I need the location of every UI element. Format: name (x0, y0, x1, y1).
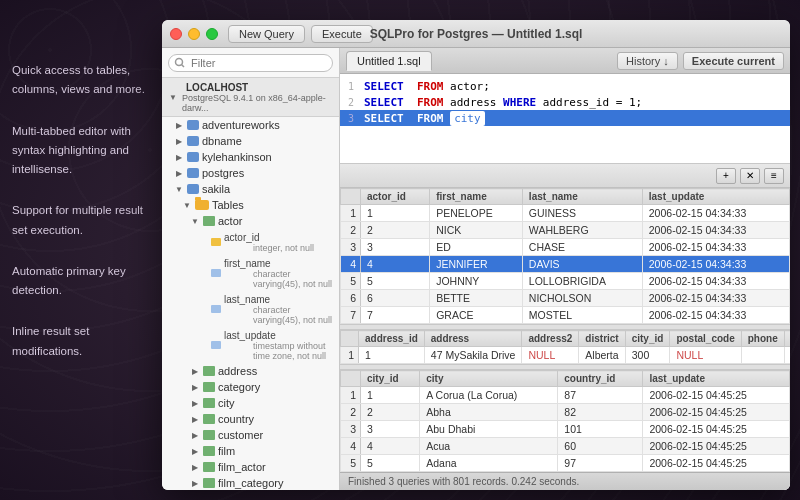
table-row[interactable]: 11A Corua (La Corua)872006-02-15 04:45:2… (341, 387, 790, 404)
table-row[interactable]: 55Adana972006-02-15 04:45:25 (341, 455, 790, 472)
results-area[interactable]: actor_id first_name last_name last_updat… (340, 188, 790, 472)
cell[interactable]: NULL (522, 347, 579, 364)
close-button[interactable] (170, 28, 182, 40)
cell[interactable]: 5 (361, 455, 420, 472)
cell[interactable]: 4 (361, 438, 420, 455)
maximize-button[interactable] (206, 28, 218, 40)
execute-button[interactable]: Execute (311, 25, 373, 43)
sidebar-item-customer[interactable]: ▶ customer (162, 427, 339, 443)
cell[interactable]: 1 (361, 387, 420, 404)
cell[interactable]: CHASE (522, 239, 642, 256)
history-button[interactable]: History ↓ (617, 52, 678, 70)
minimize-button[interactable] (188, 28, 200, 40)
cell[interactable]: Abha (420, 404, 558, 421)
sidebar-item-film[interactable]: ▶ film (162, 443, 339, 459)
cell[interactable]: NICHOLSON (522, 290, 642, 307)
sidebar-item-actor-id[interactable]: actor_id integer, not null (162, 229, 339, 255)
cell[interactable]: 2006-02-15 04:34:33 (642, 307, 789, 324)
cell[interactable]: GUINESS (522, 205, 642, 222)
cell[interactable]: 3 (361, 421, 420, 438)
cell[interactable]: 101 (558, 421, 643, 438)
cell[interactable]: 2006-02-15 04:45:25 (643, 455, 790, 472)
sidebar-item-address[interactable]: ▶ address (162, 363, 339, 379)
cell[interactable]: 2006-02-15 04:34:33 (642, 273, 789, 290)
cell[interactable]: 2006-02-15 04:34:33 (642, 222, 789, 239)
table-row[interactable]: 44JENNIFERDAVIS2006-02-15 04:34:33 (341, 256, 790, 273)
sidebar-item-last-name[interactable]: last_name character varying(45), not nul… (162, 291, 339, 327)
cell[interactable]: BETTE (430, 290, 523, 307)
cell[interactable]: GRACE (430, 307, 523, 324)
add-row-button[interactable]: + (716, 168, 736, 184)
cell[interactable]: NICK (430, 222, 523, 239)
sidebar-item-country[interactable]: ▶ country (162, 411, 339, 427)
cell[interactable]: 2006-02-15 04:45:25 (643, 438, 790, 455)
table-row[interactable]: 66BETTENICHOLSON2006-02-15 04:34:33 (341, 290, 790, 307)
query-editor[interactable]: 1 SELECT FROM actor; 2 SELECT FROM addre… (340, 74, 790, 164)
search-input[interactable] (168, 54, 333, 72)
cell[interactable]: 2006-02-15 04:34:33 (642, 239, 789, 256)
sidebar-item-category[interactable]: ▶ category (162, 379, 339, 395)
sidebar-item-kylehankinson[interactable]: ▶ kylehankinson (162, 149, 339, 165)
server-item[interactable]: ▼ LOCALHOST PostgreSQL 9.4.1 on x86_64-a… (162, 78, 339, 117)
sidebar-item-film-category[interactable]: ▶ film_category (162, 475, 339, 490)
cell[interactable] (741, 347, 784, 364)
cell[interactable]: 2006-02-15 04:45:30 (784, 347, 790, 364)
cell[interactable]: Abu Dhabi (420, 421, 558, 438)
table-row[interactable]: 44Acua602006-02-15 04:45:25 (341, 438, 790, 455)
cell[interactable]: Alberta (579, 347, 625, 364)
table-row[interactable]: 22NICKWAHLBERG2006-02-15 04:34:33 (341, 222, 790, 239)
cell[interactable]: 1 (361, 205, 430, 222)
cell[interactable]: 2006-02-15 04:45:25 (643, 387, 790, 404)
cell[interactable]: 3 (361, 239, 430, 256)
cell[interactable]: 47 MySakila Drive (424, 347, 522, 364)
sidebar-item-first-name[interactable]: first_name character varying(45), not nu… (162, 255, 339, 291)
sidebar-item-adventureworks[interactable]: ▶ adventureworks (162, 117, 339, 133)
sidebar-item-last-update[interactable]: last_update timestamp without time zone,… (162, 327, 339, 363)
cell[interactable]: Acua (420, 438, 558, 455)
cell[interactable]: 97 (558, 455, 643, 472)
cell[interactable]: 60 (558, 438, 643, 455)
table-row[interactable]: 1 1 47 MySakila Drive NULL Alberta 300 N… (341, 347, 791, 364)
sidebar-item-actor[interactable]: ▼ actor (162, 213, 339, 229)
cell[interactable]: DAVIS (522, 256, 642, 273)
cell[interactable]: WAHLBERG (522, 222, 642, 239)
sidebar-tree[interactable]: ▼ LOCALHOST PostgreSQL 9.4.1 on x86_64-a… (162, 78, 339, 490)
cell[interactable]: 7 (361, 307, 430, 324)
cell[interactable]: NULL (670, 347, 741, 364)
table-row[interactable]: 22Abha822006-02-15 04:45:25 (341, 404, 790, 421)
table-row[interactable]: 55JOHNNYLOLLOBRIGIDA2006-02-15 04:34:33 (341, 273, 790, 290)
cell[interactable]: ED (430, 239, 523, 256)
cell[interactable]: 2 (361, 222, 430, 239)
cell[interactable]: 1 (359, 347, 425, 364)
sidebar-item-film-actor[interactable]: ▶ film_actor (162, 459, 339, 475)
cell[interactable]: LOLLOBRIGIDA (522, 273, 642, 290)
execute-current-button[interactable]: Execute current (683, 52, 784, 70)
table-row[interactable]: 33Abu Dhabi1012006-02-15 04:45:25 (341, 421, 790, 438)
sidebar-item-postgres[interactable]: ▶ postgres (162, 165, 339, 181)
cell[interactable]: 300 (625, 347, 670, 364)
cell[interactable]: 87 (558, 387, 643, 404)
sidebar-item-dbname[interactable]: ▶ dbname (162, 133, 339, 149)
cell[interactable]: 2 (361, 404, 420, 421)
cell[interactable]: JENNIFER (430, 256, 523, 273)
table-row[interactable]: 11PENELOPEGUINESS2006-02-15 04:34:33 (341, 205, 790, 222)
table-row[interactable]: 33EDCHASE2006-02-15 04:34:33 (341, 239, 790, 256)
new-query-button[interactable]: New Query (228, 25, 305, 43)
delete-row-button[interactable]: ✕ (740, 168, 760, 184)
cell[interactable]: A Corua (La Corua) (420, 387, 558, 404)
tab-untitled[interactable]: Untitled 1.sql (346, 51, 432, 71)
cell[interactable]: 5 (361, 273, 430, 290)
cell[interactable]: 6 (361, 290, 430, 307)
menu-button[interactable]: ≡ (764, 168, 784, 184)
cell[interactable]: 2006-02-15 04:45:25 (643, 421, 790, 438)
sidebar-item-sakila[interactable]: ▼ sakila (162, 181, 339, 197)
cell[interactable]: Adana (420, 455, 558, 472)
cell[interactable]: 82 (558, 404, 643, 421)
cell[interactable]: 2006-02-15 04:34:33 (642, 290, 789, 307)
cell[interactable]: JOHNNY (430, 273, 523, 290)
cell[interactable]: 2006-02-15 04:34:33 (642, 256, 789, 273)
cell[interactable]: MOSTEL (522, 307, 642, 324)
cell[interactable]: 2006-02-15 04:45:25 (643, 404, 790, 421)
cell[interactable]: 2006-02-15 04:34:33 (642, 205, 789, 222)
cell[interactable]: PENELOPE (430, 205, 523, 222)
